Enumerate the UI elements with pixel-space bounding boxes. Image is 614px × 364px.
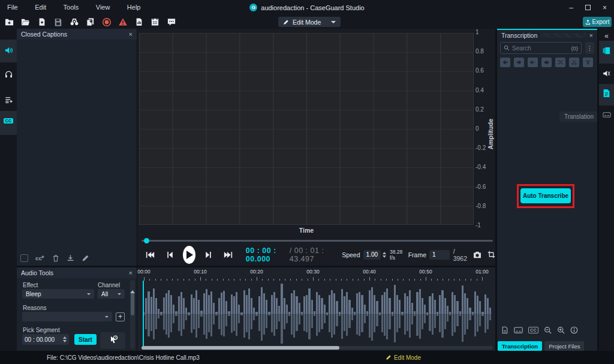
maximize-button[interactable]	[585, 5, 591, 10]
prev-word-button[interactable]	[500, 58, 510, 67]
record-button[interactable]	[101, 16, 112, 28]
cc-select-all-checkbox[interactable]	[20, 254, 28, 262]
playhead-cursor[interactable]	[143, 281, 144, 347]
collapse-panel-button[interactable]: «	[599, 32, 614, 40]
menu-tools[interactable]: Tools	[56, 0, 86, 11]
announce-button[interactable]	[541, 58, 552, 67]
import-clipboard-button[interactable]	[85, 16, 96, 28]
skip-end-button[interactable]	[224, 251, 233, 258]
transcription-panel: Transcription × Search (0) ⋮ Translation…	[497, 29, 597, 351]
merge-button[interactable]	[583, 58, 593, 67]
snapshot-button[interactable]	[473, 251, 481, 258]
save-button[interactable]	[52, 16, 64, 28]
info-icon[interactable]	[570, 326, 578, 334]
menu-file[interactable]: File	[0, 0, 25, 11]
seek-knob[interactable]	[144, 238, 149, 243]
crop-button[interactable]	[487, 251, 495, 258]
chevron-down-icon	[331, 21, 336, 23]
status-file-path: File: C:\CG Videos\audioredaction\Crisis…	[47, 354, 200, 361]
right-icon-strip: «	[599, 29, 614, 351]
fps-value: 38.28 f/s	[390, 249, 404, 261]
next-frame-button[interactable]	[205, 251, 212, 258]
skip-start-button[interactable]	[146, 251, 155, 258]
search-options-button[interactable]: ⋮	[585, 42, 594, 54]
next-word-button[interactable]	[514, 58, 524, 67]
export-button[interactable]: Export	[583, 17, 612, 27]
zoom-out-icon[interactable]	[544, 326, 552, 334]
edit-mode-dropdown[interactable]: Edit Mode	[278, 17, 341, 27]
edit-caption-icon[interactable]	[82, 254, 89, 262]
menu-view[interactable]: View	[89, 0, 118, 11]
time-stepper[interactable]	[63, 336, 67, 342]
header-grip	[540, 33, 586, 38]
translation-tab[interactable]: Translation	[559, 112, 597, 122]
pencil-icon	[386, 354, 392, 360]
tab-project-files[interactable]: Project Files	[544, 341, 584, 351]
amplitude-view: 10.8 0.60.4 0.20 -0.2-0.4 -0.6-0.8 -1 Am…	[137, 29, 495, 266]
audio-redaction-icon[interactable]	[599, 70, 614, 77]
detect-button[interactable]	[68, 16, 80, 28]
subtitle-icon[interactable]	[514, 327, 523, 333]
scrollbar-thumb[interactable]	[142, 346, 339, 350]
speed-stepper[interactable]	[383, 252, 386, 258]
transcript-search-input[interactable]: Search (0)	[500, 42, 582, 54]
cut-button[interactable]	[569, 58, 579, 67]
play-button[interactable]	[183, 246, 195, 264]
report-button[interactable]	[133, 16, 145, 28]
x-axis-label: Time	[139, 227, 474, 234]
warning-icon[interactable]	[117, 16, 128, 28]
download-icon[interactable]	[67, 254, 74, 262]
headphones-icon[interactable]	[0, 70, 17, 79]
mute-word-button[interactable]	[528, 58, 538, 67]
channel-select[interactable]: All	[98, 289, 125, 299]
new-project-button[interactable]	[4, 16, 15, 28]
comment-button[interactable]	[165, 16, 177, 28]
captions-strip-icon[interactable]	[599, 112, 614, 118]
transcribe-file-icon[interactable]	[599, 89, 614, 98]
search-icon	[504, 45, 510, 51]
current-time: 00 : 00 : 00.000	[246, 246, 286, 263]
menu-help[interactable]: Help	[120, 0, 148, 11]
delete-icon[interactable]	[52, 254, 59, 262]
speed-input[interactable]: 1.00	[363, 250, 381, 260]
main-toolbar: Edit Mode Export	[0, 15, 614, 29]
timeline-ruler[interactable]: 00:0000:1000:2000:3000:4000:5001:00	[142, 269, 493, 281]
frame-input[interactable]: 1	[429, 250, 450, 260]
tab-transcription[interactable]: Transcription	[498, 341, 542, 351]
prev-frame-button[interactable]	[167, 251, 173, 258]
schedule-button[interactable]	[149, 16, 161, 28]
reasons-select[interactable]	[22, 312, 112, 321]
open-folder-icon[interactable]	[20, 16, 31, 28]
close-icon[interactable]: ×	[589, 32, 593, 39]
close-icon[interactable]: ×	[129, 269, 133, 276]
close-window-button[interactable]: ×	[603, 4, 607, 11]
closed-captions-icon[interactable]: CC	[0, 118, 17, 124]
waveform-bars[interactable]	[143, 282, 492, 345]
menu-edit[interactable]: Edit	[28, 0, 53, 11]
amplitude-plot[interactable]	[139, 33, 474, 225]
start-button[interactable]: Start	[74, 334, 97, 345]
seek-slider[interactable]	[142, 240, 493, 242]
hand-click-icon	[107, 335, 119, 347]
add-caption-icon[interactable]: cc	[35, 254, 45, 262]
transcription-title: Transcription	[501, 32, 537, 39]
segment-time-input[interactable]: 00 : 00.000	[22, 334, 69, 345]
zoom-in-icon[interactable]	[557, 326, 565, 334]
effect-select[interactable]: Bleep	[22, 289, 94, 299]
swap-words-button[interactable]	[555, 58, 565, 67]
minimize-button[interactable]: –	[569, 4, 573, 11]
transcription-pages-icon[interactable]	[599, 46, 614, 55]
export-transcript-icon[interactable]	[501, 326, 508, 334]
window-title: audioredaction - CaseGuard Studio	[261, 4, 364, 11]
audio-tools-icon[interactable]	[0, 46, 17, 55]
auto-transcribe-button[interactable]: Auto Transcribe	[520, 188, 571, 203]
add-reason-button[interactable]: +	[116, 312, 125, 321]
cc-view-icon[interactable]: CC	[528, 327, 538, 333]
pick-by-click-button[interactable]	[100, 332, 125, 349]
timeline-scrollbar[interactable]	[142, 346, 493, 350]
audio-tools-scrollbar[interactable]	[130, 280, 135, 349]
add-file-button[interactable]	[36, 16, 47, 28]
search-count: (0)	[571, 45, 578, 52]
playlist-icon[interactable]	[0, 95, 17, 104]
close-icon[interactable]: ×	[129, 31, 133, 38]
